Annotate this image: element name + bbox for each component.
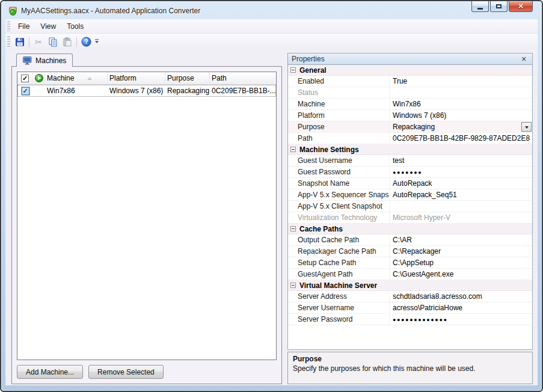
category-cache-paths: Cache Paths [288,224,532,234]
panel-splitter[interactable] [282,53,287,384]
property-row-setup-cache-path[interactable]: Setup Cache Path C:\AppSetup [288,257,532,269]
menu-view[interactable]: View [35,20,61,32]
property-value[interactable]: Windows 7 (x86) [389,110,532,121]
property-row-purpose[interactable]: Purpose Repackaging [288,121,532,133]
column-header-platform[interactable]: Platform [108,72,165,84]
cut-button[interactable]: ✂ [31,35,46,49]
close-icon: ✕ [518,2,523,10]
property-row-machine[interactable]: Machine Win7x86 [288,99,532,110]
property-value[interactable]: ●●●●●●●●●●●●● [389,314,532,325]
category-label: Machine Settings [299,145,359,154]
select-all-column[interactable]: ✓ [17,72,33,84]
property-label: Server Password [288,314,389,325]
select-all-checkbox[interactable]: ✓ [21,75,29,82]
row-icon-cell [33,85,45,97]
save-button[interactable] [13,35,27,49]
property-row-server-username[interactable]: Server Username acresso\PatriciaHowe [288,302,532,314]
property-label: GuestAgent Path [288,269,389,280]
collapse-icon[interactable] [290,147,296,152]
property-value[interactable]: C:\AppSetup [389,257,532,268]
save-icon [15,37,25,47]
property-row-server-address[interactable]: Server Address schdtladsaria8.acresso.co… [288,291,532,302]
property-value[interactable]: schdtladsaria8.acresso.com [389,291,532,302]
category-label: Virtual Machine Server [299,281,377,290]
svg-text:?: ? [84,38,88,45]
category-general: General [288,65,532,76]
property-value[interactable]: AutoRepack_Seq51 [389,189,532,200]
row-checkbox[interactable]: ✓ [22,87,29,95]
app-icon [8,6,18,16]
property-value[interactable]: ●●●●●●● [389,167,532,177]
monitor-icon [23,57,32,65]
property-row-guestagent-path[interactable]: GuestAgent Path C:\GuestAgent.exe [288,269,532,280]
property-row-repackager-cache-path[interactable]: Repackager Cache Path C:\Repackager [288,246,532,257]
property-value[interactable]: C:\GuestAgent.exe [389,269,532,280]
minimize-icon [477,8,483,10]
collapse-icon[interactable] [290,226,296,231]
property-label: Machine [288,99,389,109]
property-value[interactable]: Win7x86 [389,99,532,109]
machines-list: ✓ Machine Platform Purpose Path ✓ Win [17,72,277,360]
property-row-server-password[interactable]: Server Password ●●●●●●●●●●●●● [288,314,532,325]
property-row-appv-client-snapshot[interactable]: App-V 5.x Client Snapshot [288,201,532,212]
property-value [389,87,532,98]
property-row-snapshot-name[interactable]: Snapshot Name AutoRepack [288,178,532,189]
properties-close-icon[interactable]: ✕ [519,55,529,63]
toolbar-separator [29,37,29,47]
category-label: General [299,66,327,75]
tab-machines[interactable]: Machines [16,54,73,67]
property-value: Microsoft Hyper-V [389,212,532,223]
property-value[interactable]: 0C209E7B-BB1B-42BF-9829-87ADED2E8 [389,133,532,144]
menu-bar: File View Tools [5,19,538,34]
menu-file[interactable]: File [13,20,35,32]
copy-button[interactable] [46,35,60,49]
property-value[interactable]: True [389,76,532,87]
purpose-dropdown-button[interactable] [521,122,532,132]
property-row-path[interactable]: Path 0C209E7B-BB1B-42BF-9829-87ADED2E8 [288,133,532,144]
collapse-icon[interactable] [290,283,296,288]
purpose-value: Repackaging [393,123,435,131]
property-row-guest-username[interactable]: Guest Username test [288,155,532,167]
property-row-appv-sequencer-snapshot[interactable]: App-V 5.x Sequencer Snapshot AutoRepack_… [288,189,532,201]
column-header-purpose-label: Purpose [167,74,194,82]
window-title: MyAACSettings.aacx - Automated Applicati… [21,7,200,15]
property-value[interactable]: AutoRepack [389,178,532,189]
window-controls: ✕ [470,1,533,12]
menu-tools[interactable]: Tools [61,20,89,32]
minimize-button[interactable] [471,1,489,12]
column-header-path[interactable]: Path [210,72,276,84]
property-label: Snapshot Name [288,178,389,189]
property-value[interactable]: acresso\PatriciaHowe [389,302,532,313]
machine-row-win7x86[interactable]: ✓ Win7x86 Windows 7 (x86) Repackaging 0C… [17,85,276,97]
property-row-platform[interactable]: Platform Windows 7 (x86) [288,110,532,121]
collapse-icon[interactable] [290,67,296,73]
property-description: Purpose Specify the purposes for which t… [287,352,533,384]
property-label: App-V 5.x Client Snapshot [288,201,389,212]
help-button[interactable]: ? [79,35,93,49]
property-value[interactable]: C:\AR [389,234,532,245]
column-header-purpose[interactable]: Purpose [165,72,210,84]
paste-button[interactable] [60,35,75,49]
toolbar-overflow-button[interactable] [93,35,100,49]
property-label: Server Address [288,291,389,302]
title-bar[interactable]: MyAACSettings.aacx - Automated Applicati… [5,1,538,19]
property-value[interactable]: test [389,155,532,166]
property-label: Enabled [288,76,389,87]
close-button[interactable]: ✕ [509,1,533,12]
property-label: Status [288,87,389,98]
copy-icon [48,37,58,47]
add-machine-button[interactable]: Add Machine... [17,365,83,379]
property-row-enabled[interactable]: Enabled True [288,76,532,87]
column-header-machine[interactable]: Machine [45,72,108,84]
maximize-button[interactable] [490,1,508,12]
property-row-output-cache-path[interactable]: Output Cache Path C:\AR [288,234,532,246]
property-value[interactable] [389,201,532,212]
run-status-column[interactable] [33,72,45,84]
property-value[interactable]: Repackaging [389,121,532,132]
paste-icon [63,37,72,47]
toolbar-separator [76,37,77,47]
property-value[interactable]: C:\Repackager [389,246,532,257]
property-row-guest-password[interactable]: Guest Password ●●●●●●● [288,167,532,178]
remove-selected-button[interactable]: Remove Selected [88,365,164,379]
row-checkbox-cell: ✓ [17,85,33,97]
